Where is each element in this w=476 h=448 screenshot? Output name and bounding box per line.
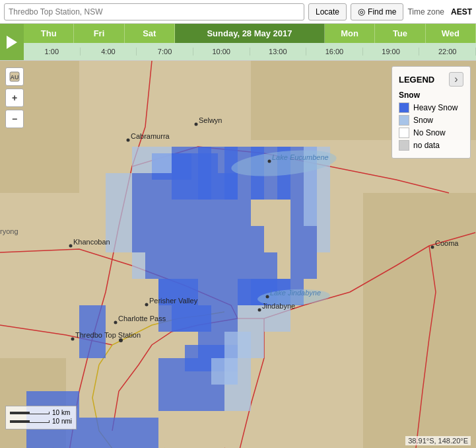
heavy-snow-label: Heavy Snow [413,103,458,112]
locate-label: Locate [316,7,339,17]
scale-nmi-graphic [10,420,50,423]
search-input[interactable] [4,3,304,20]
legend-toggle-button[interactable]: › [449,72,463,87]
svg-text:AU: AU [11,74,19,81]
crosshair-icon: ◎ [358,7,365,17]
header-bar: Locate ◎ Find me Time zone AEST [0,0,476,24]
day-mon[interactable]: Mon [325,24,375,43]
coordinates-display: 38.91°S, 148.20°E [405,436,471,445]
find-me-label: Find me [368,7,396,17]
heavy-snow-swatch [399,102,409,113]
legend-item-snow: Snow [399,115,463,126]
legend-header: LEGEND › [399,72,463,87]
australia-overview-button[interactable]: AU [5,67,24,86]
legend-item-no-data: no data [399,140,463,151]
no-data-swatch [399,140,409,151]
scale-nmi-line: 10 nmi [10,418,72,425]
days-strip: Thu Fri Sat Sunday, 28 May 2017 Mon Tue … [24,24,476,43]
hours-strip: 1:00 4:00 7:00 10:00 13:00 16:00 19:00 2… [24,43,476,60]
hour-700[interactable]: 7:00 [137,48,193,56]
no-snow-label: No Snow [413,128,446,137]
map-icon: AU [9,71,20,83]
hour-1600[interactable]: 16:00 [306,48,363,56]
find-me-button[interactable]: ◎ Find me [351,3,403,20]
legend-title: LEGEND [399,75,434,85]
timezone-value: AEST [451,7,472,17]
day-sat[interactable]: Sat [125,24,175,43]
legend-item-no-snow: No Snow [399,128,463,138]
day-fri[interactable]: Fri [74,24,124,43]
no-data-label: no data [413,141,440,150]
day-wed[interactable]: Wed [426,24,476,43]
scale-km-graphic [10,412,50,414]
scale-nmi-label: 10 nmi [52,418,72,425]
snow-label: Snow [413,116,433,125]
hour-400[interactable]: 4:00 [81,48,137,56]
hour-1900[interactable]: 19:00 [363,48,420,56]
map-controls: AU + − [5,67,24,128]
hour-1300[interactable]: 13:00 [250,48,307,56]
day-thu[interactable]: Thu [24,24,74,43]
timezone-label: Time zone [407,7,444,17]
scale-km-line: 10 km [10,409,72,416]
scale-bar: 10 km 10 nmi [5,406,77,429]
timeline-bar: Thu Fri Sat Sunday, 28 May 2017 Mon Tue … [0,24,476,61]
coords-text: 38.91°S, 148.20°E [408,437,468,445]
day-sunday[interactable]: Sunday, 28 May 2017 [175,24,325,43]
legend-item-heavy-snow: Heavy Snow [399,102,463,113]
locate-button[interactable]: Locate [308,3,347,20]
zoom-out-button[interactable]: − [5,110,24,128]
days-row: Thu Fri Sat Sunday, 28 May 2017 Mon Tue … [24,24,476,60]
day-tue[interactable]: Tue [375,24,425,43]
hour-1000[interactable]: 10:00 [193,48,250,56]
hour-100[interactable]: 1:00 [24,48,81,56]
no-snow-swatch [399,128,409,138]
hour-2200[interactable]: 22:00 [419,48,476,56]
snow-swatch [399,115,409,126]
legend-panel: LEGEND › Snow Heavy Snow Snow No Snow no… [391,66,471,159]
scale-km-label: 10 km [52,409,70,416]
play-icon [7,36,17,49]
map-container[interactable]: AU + − LEGEND › Snow Heavy Snow Snow No … [0,61,476,448]
zoom-in-button[interactable]: + [5,89,24,107]
play-button[interactable] [0,24,24,60]
legend-section-title: Snow [399,91,463,100]
